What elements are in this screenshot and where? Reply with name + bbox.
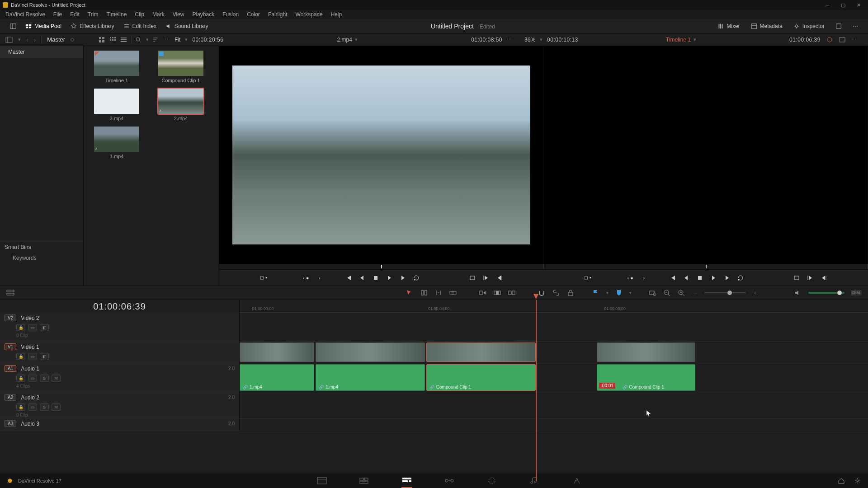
track-lane[interactable] (240, 313, 868, 341)
src-out-button[interactable] (496, 274, 503, 282)
menu-clip[interactable]: Clip (131, 10, 148, 19)
thumbnail-view-icon[interactable] (99, 37, 106, 43)
bin-master[interactable]: Master (0, 46, 83, 58)
track-control[interactable]: M (52, 375, 61, 382)
track-lane[interactable] (240, 342, 868, 363)
edit-page-button[interactable] (401, 476, 412, 485)
pool-item-3-mp4[interactable]: ♪3.mp4 (87, 89, 146, 121)
marker-dropdown-icon[interactable] (615, 289, 623, 296)
pool-item-compound-clip-1[interactable]: Compound Clip 1 (151, 51, 210, 83)
selection-tool-icon[interactable] (406, 289, 414, 296)
timeline-zoom-dropdown[interactable]: 36% (524, 37, 535, 43)
video-clip[interactable] (240, 343, 314, 362)
menu-fairlight[interactable]: Fairlight (264, 10, 291, 19)
bypass-icon[interactable] (826, 37, 833, 43)
track-lane[interactable]: 🔗 1.mp4🔗 1.mp4🔗 Compound Clip 1-00:01🔗 C… (240, 363, 868, 392)
lock-icon[interactable] (566, 289, 575, 296)
timeline-viewer[interactable] (544, 46, 868, 264)
menu-workspace[interactable]: Workspace (292, 10, 326, 19)
track-control[interactable]: M (52, 404, 61, 411)
settings-button-icon[interactable] (854, 477, 862, 484)
src-match-button[interactable] (469, 274, 476, 282)
track-badge[interactable]: V1 (5, 343, 16, 350)
tl-loop-button[interactable] (737, 274, 744, 282)
replace-clip-icon[interactable] (508, 289, 516, 296)
menu-davinci-resolve[interactable]: DaVinci Resolve (2, 10, 49, 19)
audio-clip[interactable]: 🔗 1.mp4 (240, 364, 314, 391)
tl-in-button[interactable] (807, 274, 814, 282)
media-pool-toggle[interactable]: Media Pool (21, 21, 66, 31)
media-page-button[interactable] (316, 476, 327, 485)
zoom-selection-icon[interactable] (649, 289, 657, 296)
sound-library-toggle[interactable]: Sound Library (161, 21, 213, 31)
list-view-icon[interactable] (120, 37, 127, 43)
track-control[interactable]: S (40, 404, 49, 411)
sort-icon[interactable] (152, 37, 160, 43)
timeline-view-options-icon[interactable] (6, 289, 14, 296)
search-icon[interactable] (135, 37, 142, 43)
track-badge[interactable]: A2 (5, 394, 16, 401)
tl-match-button[interactable] (793, 274, 800, 282)
tl-next-frame-button[interactable] (723, 274, 731, 282)
grid-view-icon[interactable] (109, 37, 117, 43)
flag-dropdown-icon[interactable] (592, 289, 600, 296)
source-clip-name[interactable]: 2.mp4 (337, 37, 352, 43)
maximize-button[interactable]: ▢ (840, 2, 846, 8)
pool-item-2-mp4[interactable]: ♪2.mp4 (151, 89, 210, 121)
tl-stop-button[interactable] (696, 274, 703, 282)
dim-badge[interactable]: DIM (851, 290, 862, 296)
src-match-frame-prev[interactable]: ‹ ● (302, 274, 310, 282)
track-badge[interactable]: A1 (5, 365, 16, 372)
menu-playback[interactable]: Playback (189, 10, 218, 19)
tl-out-button[interactable] (820, 274, 827, 282)
track-control[interactable]: 🔒 (16, 375, 25, 382)
fusion-page-button[interactable] (444, 476, 455, 485)
timeline-current-tc[interactable]: 01:00:06:39 (93, 301, 146, 312)
tl-next-edit[interactable]: › (640, 274, 647, 282)
video-clip[interactable] (597, 343, 695, 362)
track-badge[interactable]: V2 (5, 314, 16, 321)
source-fit-dropdown[interactable]: Fit (175, 37, 180, 43)
pool-thumbnail[interactable]: ♪ (94, 89, 139, 114)
pool-item-1-mp4[interactable]: ♪1.mp4 (87, 127, 146, 159)
pool-thumbnail[interactable] (94, 51, 139, 76)
track-lane[interactable] (240, 418, 868, 431)
timeline-ruler[interactable]: 01:00:00:0001:00:04:0001:00:08:00 (240, 300, 868, 313)
track-badge[interactable]: A3 (5, 420, 16, 427)
deliver-page-button[interactable] (571, 476, 582, 485)
menu-help[interactable]: Help (327, 10, 345, 19)
menu-edit[interactable]: Edit (66, 10, 83, 19)
src-play-button[interactable] (386, 274, 393, 282)
menu-color[interactable]: Color (243, 10, 264, 19)
track-control[interactable]: 🔒 (16, 404, 25, 411)
src-next-frame-button[interactable] (399, 274, 406, 282)
src-in-button[interactable] (482, 274, 490, 282)
menu-timeline[interactable]: Timeline (103, 10, 130, 19)
color-page-button[interactable] (486, 476, 497, 485)
zoom-out-icon[interactable] (663, 289, 671, 296)
audio-clip[interactable]: -00:01🔗 Compound Clip 1 (597, 364, 695, 391)
tl-overlay-dropdown[interactable]: ▾ (584, 274, 591, 282)
more-button[interactable]: ⋯ (848, 21, 863, 31)
mixer-toggle[interactable]: Mixer (713, 21, 744, 31)
zoom-slider[interactable] (705, 292, 745, 293)
close-button[interactable]: ✕ (855, 2, 862, 8)
home-button-icon[interactable] (837, 477, 845, 484)
bin-breadcrumb[interactable]: Master (47, 36, 65, 43)
single-viewer-icon[interactable] (839, 37, 846, 43)
overwrite-clip-icon[interactable] (493, 289, 501, 296)
zoom-plus[interactable]: + (754, 290, 756, 296)
pool-thumbnail[interactable]: ♪ (158, 89, 203, 114)
src-first-frame-button[interactable] (345, 274, 352, 282)
snap-toggle-icon[interactable] (538, 289, 546, 296)
pool-thumbnail[interactable] (158, 51, 203, 76)
playhead[interactable] (536, 300, 537, 481)
layout-toggle[interactable] (5, 21, 21, 31)
trim-tool-icon[interactable] (420, 289, 428, 296)
video-clip[interactable] (426, 343, 536, 362)
timeline-name-dropdown[interactable]: Timeline 1 (666, 37, 691, 43)
track-lane[interactable] (240, 392, 868, 418)
menu-view[interactable]: View (169, 10, 188, 19)
audio-clip[interactable]: 🔗 Compound Clip 1 (426, 364, 536, 391)
source-scrubber[interactable] (219, 264, 544, 269)
